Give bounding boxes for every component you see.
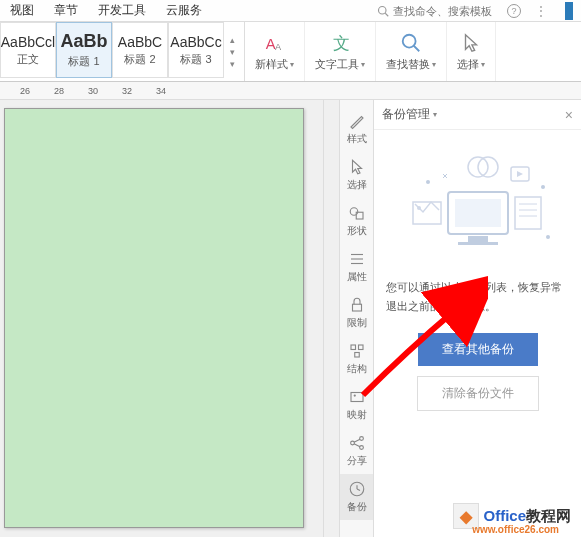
ribbon: AaBbCcl 正文 AaBb 标题 1 AaBbC 标题 2 AaBbCc 标… (0, 22, 581, 82)
svg-line-22 (354, 444, 360, 447)
cursor-icon (348, 158, 366, 176)
svg-point-0 (379, 6, 387, 14)
svg-point-5 (403, 34, 416, 47)
ruler-mark: 32 (122, 86, 132, 96)
ruler-mark: 28 (54, 86, 64, 96)
watermark-brand: Office (483, 507, 526, 524)
chevron-up-icon: ▴ (226, 35, 238, 45)
help-icon[interactable]: ? (507, 4, 521, 18)
backup-panel: 备份管理 ▾ × (373, 100, 581, 537)
backup-illustration (393, 152, 563, 262)
menubar: 视图 章节 开发工具 云服务 ? ⋮ (0, 0, 581, 22)
share-icon (348, 434, 366, 452)
panel-title-text: 备份管理 (382, 106, 430, 123)
list-icon (348, 250, 366, 268)
style-gallery-more[interactable]: ▴ ▾ ▾ (224, 22, 240, 81)
watermark-url: www.office26.com (472, 524, 559, 535)
search-input[interactable] (393, 5, 503, 17)
panel-header: 备份管理 ▾ × (374, 100, 581, 130)
svg-line-21 (354, 439, 360, 442)
sidebar-label: 样式 (347, 132, 367, 146)
select-button[interactable]: 选择▾ (447, 22, 496, 81)
sidebar-item-share[interactable]: 分享 (340, 428, 373, 474)
clear-backup-button[interactable]: 清除备份文件 (417, 376, 539, 411)
style-heading3[interactable]: AaBbCc 标题 3 (168, 22, 224, 78)
ruler-mark: 34 (156, 86, 166, 96)
collapse-tab[interactable] (565, 2, 573, 20)
sidebar-label: 结构 (347, 362, 367, 376)
view-backup-button[interactable]: 查看其他备份 (418, 333, 538, 366)
ruler[interactable]: 26 28 30 32 34 (0, 82, 581, 100)
svg-point-41 (541, 185, 545, 189)
menu-more-icon[interactable]: ⋮ (525, 2, 557, 20)
svg-rect-32 (515, 197, 541, 229)
sidebar-item-restrict[interactable]: 限制 (340, 290, 373, 336)
text-tool-icon: 文 (329, 32, 351, 54)
sidebar-item-backup[interactable]: 备份 (340, 474, 373, 520)
panel-description: 您可以通过以上文件列表，恢复异常退出之前的工作状态。 (386, 278, 569, 315)
style-label: 正文 (17, 52, 39, 67)
sidebar-item-shape[interactable]: 形状 (340, 198, 373, 244)
watermark: ◆ Office教程网 www.office26.com (453, 503, 571, 529)
style-preview: AaBbCcl (1, 34, 55, 50)
menu-view[interactable]: 视图 (0, 0, 44, 21)
close-icon[interactable]: × (565, 107, 573, 123)
svg-text:A: A (275, 42, 282, 52)
panel-body: 您可以通过以上文件列表，恢复异常退出之前的工作状态。 查看其他备份 清除备份文件 (374, 130, 581, 537)
sidebar-item-style[interactable]: 样式 (340, 106, 373, 152)
style-preview: AaBb (60, 31, 107, 52)
sidebar-label: 选择 (347, 178, 367, 192)
sidebar-label: 形状 (347, 224, 367, 238)
svg-rect-14 (358, 345, 363, 350)
svg-point-42 (546, 235, 550, 239)
chevron-down-icon: ▾ (226, 47, 238, 57)
find-replace-button[interactable]: 查找替换▾ (376, 22, 447, 81)
workspace: 样式 选择 形状 属性 限制 结构 映射 分享 (0, 100, 581, 537)
sidebar-label: 限制 (347, 316, 367, 330)
document-area[interactable] (0, 100, 323, 537)
watermark-brand: 教程网 (526, 507, 571, 524)
sidebar-item-structure[interactable]: 结构 (340, 336, 373, 382)
shape-icon (348, 204, 366, 222)
style-heading2[interactable]: AaBbC 标题 2 (112, 22, 168, 78)
search-icon (377, 5, 389, 17)
chevron-down-icon[interactable]: ▾ (433, 110, 437, 119)
vertical-scrollbar[interactable] (323, 100, 339, 537)
chevron-down-icon: ▾ (290, 60, 294, 69)
menu-cloud[interactable]: 云服务 (156, 0, 212, 21)
sidebar-item-property[interactable]: 属性 (340, 244, 373, 290)
document-page[interactable] (4, 108, 304, 528)
find-icon (400, 32, 422, 54)
svg-rect-15 (354, 353, 359, 358)
sidebar-item-select[interactable]: 选择 (340, 152, 373, 198)
mapping-icon (348, 388, 366, 406)
svg-point-40 (426, 180, 430, 184)
structure-icon (348, 342, 366, 360)
svg-text:文: 文 (333, 33, 350, 51)
style-normal[interactable]: AaBbCcl 正文 (0, 22, 56, 78)
chevron-down-icon: ▾ (361, 60, 365, 69)
sidebar-label: 备份 (347, 500, 367, 514)
svg-point-31 (417, 206, 421, 210)
svg-rect-16 (351, 393, 363, 402)
sidebar-item-mapping[interactable]: 映射 (340, 382, 373, 428)
menu-chapter[interactable]: 章节 (44, 0, 88, 21)
svg-point-17 (353, 394, 355, 396)
svg-point-19 (359, 437, 363, 441)
style-gallery: AaBbCcl 正文 AaBb 标题 1 AaBbC 标题 2 AaBbCc 标… (0, 22, 245, 81)
text-tool-button[interactable]: 文 文字工具▾ (305, 22, 376, 81)
svg-rect-12 (352, 304, 361, 311)
brush-icon (348, 112, 366, 130)
chevron-down-icon: ▾ (432, 60, 436, 69)
style-preview: AaBbC (118, 34, 162, 50)
search-area: ? ⋮ (377, 2, 581, 20)
lock-icon (348, 296, 366, 314)
svg-point-20 (359, 446, 363, 450)
new-style-button[interactable]: AA 新样式▾ (245, 22, 305, 81)
sidebar-label: 分享 (347, 454, 367, 468)
sidebar-label: 属性 (347, 270, 367, 284)
svg-rect-29 (458, 242, 498, 245)
svg-point-18 (350, 441, 354, 445)
menu-devtools[interactable]: 开发工具 (88, 0, 156, 21)
style-heading1[interactable]: AaBb 标题 1 (56, 22, 112, 78)
